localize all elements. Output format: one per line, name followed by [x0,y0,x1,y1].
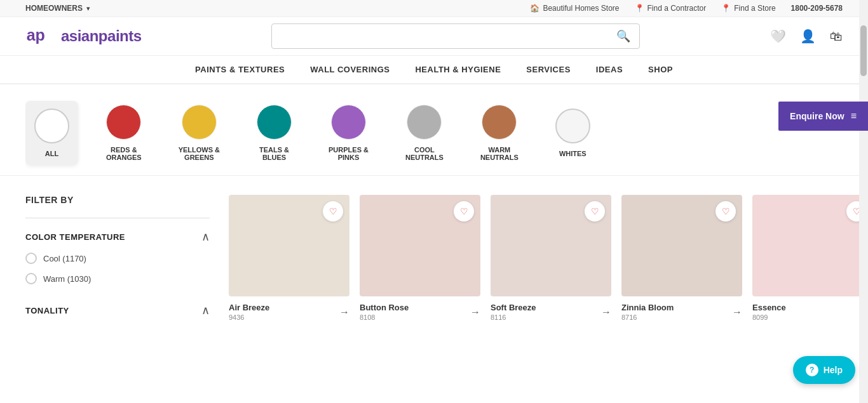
location-icon: 📍 [635,4,644,13]
beautiful-homes-link[interactable]: 🏠 Beautiful Homes Store [530,4,619,13]
product-arrow-1[interactable]: → [470,307,480,318]
color-cat-label-5: COOL NEUTRALS [405,146,444,161]
radio-1[interactable] [25,273,37,284]
product-info-2: Soft Breeze8116→ [491,303,611,321]
nav-services[interactable]: SERVICES [526,65,571,74]
product-name-block-1: Button Rose8108 [360,303,409,321]
product-name-block-0: Air Breeze9436 [229,303,269,321]
wishlist-icon[interactable]: 🤍 [770,29,786,44]
cart-icon[interactable]: 🛍 [830,29,843,44]
color-cat-item-5[interactable]: COOL NEUTRALS [397,97,452,169]
product-name-3: Zinnia Bloom [621,303,674,312]
color-cat-item-1[interactable]: REDS & ORANGES [97,97,151,169]
header-icons: 🤍 👤 🛍 [770,29,843,44]
sidebar: FILTER BY COLOR TEMPERATURE ∧ Cool (1170… [25,195,210,326]
enquire-now-button[interactable]: Enquire Now ≡ [778,102,868,131]
color-temperature-header[interactable]: COLOR TEMPERATURE ∧ [25,230,210,244]
svg-text:ap: ap [27,26,45,44]
enquire-bar: Enquire Now ≡ [778,102,868,131]
product-name-2: Soft Breeze [491,303,536,312]
color-cat-item-0[interactable]: ALL [25,101,78,165]
color-cat-label-3: TEALS & BLUES [259,146,289,161]
nav-shop[interactable]: SHOP [648,65,673,74]
beautiful-homes-label: Beautiful Homes Store [543,4,619,13]
scrollbar[interactable] [859,0,868,345]
nav-wall-coverings[interactable]: WALL COVERINGS [310,65,390,74]
account-icon[interactable]: 👤 [800,29,816,44]
search-bar[interactable]: 🔍 [271,23,640,49]
filter-option-label-0: Cool (1170) [43,254,86,263]
product-code-4: 8099 [752,314,786,321]
search-input[interactable] [281,31,616,41]
find-store-label: Find a Store [734,4,775,13]
find-contractor-link[interactable]: 📍 Find a Contractor [635,4,707,13]
tonality-title: TONALITY [25,306,69,315]
filter-option-label-1: Warm (1030) [43,274,91,284]
top-bar: HOMEOWNERS ▾ 🏠 Beautiful Homes Store 📍 F… [0,0,868,17]
heart-button-0[interactable]: ♡ [323,201,343,221]
phone-number: 1800-209-5678 [791,4,843,13]
color-circle-6 [482,105,517,140]
product-code-2: 8116 [491,314,536,321]
color-circle-0 [34,109,69,143]
homeowners-chevron[interactable]: ▾ [86,4,90,13]
product-code-0: 9436 [229,314,269,321]
color-cat-item-7[interactable]: WHITES [546,101,599,165]
filter-option-0[interactable]: Cool (1170) [25,253,210,264]
color-cat-label-2: YELLOWS & GREENS [179,146,220,161]
find-contractor-label: Find a Contractor [648,4,707,13]
product-card-0[interactable]: ♡Air Breeze9436→ [229,195,349,321]
color-circle-5 [407,105,442,140]
nav-health-hygiene[interactable]: HEALTH & HYGIENE [415,65,501,74]
color-circle-7 [555,109,590,143]
product-card-4[interactable]: ♡Essence8099→ [752,195,868,321]
color-cat-item-2[interactable]: YELLOWS & GREENS [170,97,229,169]
color-cat-item-6[interactable]: WARM NEUTRALS [471,97,527,169]
product-card-3[interactable]: ♡Zinnia Bloom8716→ [621,195,742,321]
color-circle-3 [257,105,292,140]
color-cat-item-4[interactable]: PURPLES & PINKS [320,97,377,169]
nav-paints-textures[interactable]: PAINTS & TEXTURES [195,65,285,74]
color-cat-label-1: REDS & ORANGES [106,146,142,161]
ap-logo-icon: ap [25,23,57,49]
tonality-header[interactable]: TONALITY ∧ [25,303,210,317]
product-swatch-1: ♡ [360,195,480,296]
product-name-0: Air Breeze [229,303,269,312]
main-layout: FILTER BY COLOR TEMPERATURE ∧ Cool (1170… [0,176,868,345]
header: ap asianpaints 🔍 🤍 👤 🛍 [0,17,868,56]
logo[interactable]: ap asianpaints [25,23,142,49]
color-temperature-toggle[interactable]: ∧ [201,230,210,244]
search-icon[interactable]: 🔍 [616,29,630,43]
color-categories: ALLREDS & ORANGESYELLOWS & GREENSTEALS &… [25,97,843,169]
color-cat-label-6: WARM NEUTRALS [480,146,519,161]
homeowners-label[interactable]: HOMEOWNERS [25,4,83,13]
top-bar-left: HOMEOWNERS ▾ [25,4,90,13]
color-category-section: ALLREDS & ORANGESYELLOWS & GREENSTEALS &… [0,84,868,176]
product-card-1[interactable]: ♡Button Rose8108→ [360,195,480,321]
color-cat-label-0: ALL [45,150,58,157]
tonality-toggle[interactable]: ∧ [201,303,210,317]
heart-button-1[interactable]: ♡ [454,201,474,221]
product-info-1: Button Rose8108→ [360,303,480,321]
enquire-label: Enquire Now [790,111,844,121]
product-swatch-0: ♡ [229,195,349,296]
product-arrow-3[interactable]: → [732,307,742,318]
color-cat-item-3[interactable]: TEALS & BLUES [248,97,301,169]
filter-option-1[interactable]: Warm (1030) [25,273,210,284]
heart-button-2[interactable]: ♡ [585,201,605,221]
products-grid: ♡Air Breeze9436→♡Button Rose8108→♡Soft B… [229,195,868,321]
product-arrow-0[interactable]: → [339,307,349,318]
heart-button-3[interactable]: ♡ [715,201,736,221]
scrollbar-thumb[interactable] [860,25,867,76]
nav-ideas[interactable]: IDEAS [596,65,623,74]
product-arrow-2[interactable]: → [601,307,611,318]
radio-0[interactable] [25,253,37,264]
find-store-link[interactable]: 📍 Find a Store [721,4,775,13]
enquire-icon: ≡ [851,110,857,122]
brand-name: asianpaints [61,27,142,45]
product-name-4: Essence [752,303,786,312]
product-card-2[interactable]: ♡Soft Breeze8116→ [491,195,611,321]
product-name-block-3: Zinnia Bloom8716 [621,303,674,321]
color-temperature-section: COLOR TEMPERATURE ∧ Cool (1170)Warm (103… [25,230,210,284]
product-info-0: Air Breeze9436→ [229,303,349,321]
